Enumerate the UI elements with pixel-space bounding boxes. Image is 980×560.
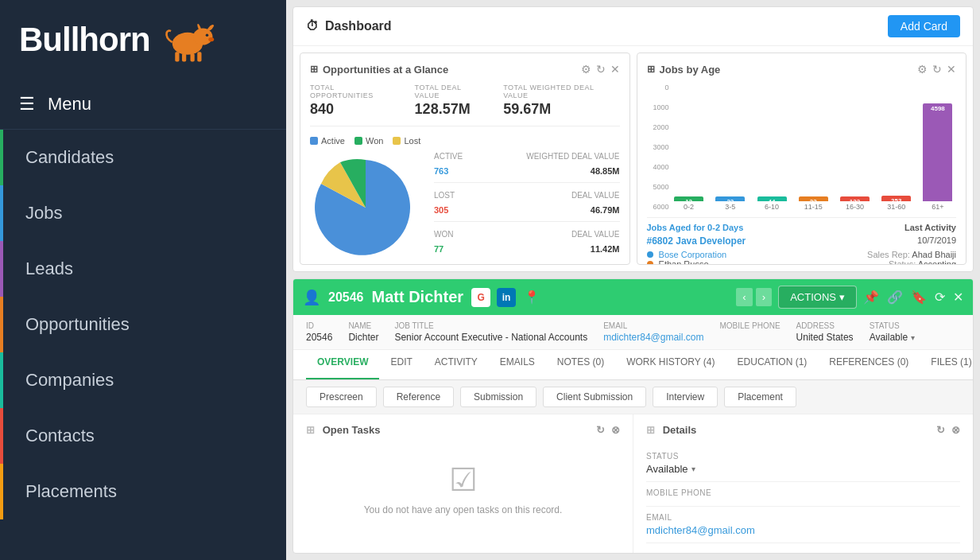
- company1[interactable]: Bose Corporation: [659, 250, 727, 259]
- add-card-button[interactable]: Add Card: [888, 15, 960, 37]
- svg-rect-4: [190, 53, 194, 62]
- details-refresh-icon[interactable]: ↻: [936, 424, 945, 436]
- bar-group-6-10: 446-10: [753, 84, 790, 211]
- sidebar-item-placements[interactable]: Placements: [0, 464, 286, 519]
- opportunities-stats-detail: ACTIVE WEIGHTED DEAL VALUE 763 48.85M LO…: [434, 152, 620, 263]
- chart-legend: Active Won Lost: [310, 136, 620, 146]
- tab-education[interactable]: EDUCATION (1): [726, 350, 819, 379]
- subtab-interview[interactable]: Interview: [653, 387, 718, 407]
- subtab-submission[interactable]: Submission: [460, 387, 536, 407]
- bar-group-3-5: 333-5: [712, 84, 749, 211]
- sidebar-item-jobs[interactable]: Jobs: [0, 185, 286, 241]
- tab-work-history[interactable]: WORK HISTORY (4): [615, 350, 726, 379]
- company1-row: Bose Corporation: [647, 250, 727, 259]
- menu-button[interactable]: ☰ Menu: [0, 80, 286, 130]
- bar-3-5[interactable]: 33: [715, 196, 745, 201]
- jobs-card-action-icons: ⚙ ↻ ✕: [917, 63, 956, 76]
- location-link[interactable]: 📍: [522, 288, 541, 307]
- info-name: NAME Dichter: [348, 321, 378, 343]
- bar-31-60[interactable]: 253: [881, 196, 911, 201]
- dashboard-icon: ⏱: [306, 19, 319, 33]
- hamburger-icon: ☰: [19, 94, 35, 115]
- linkedin-link[interactable]: in: [497, 288, 516, 307]
- info-job-title: JOB TITLE Senior Account Executive - Nat…: [394, 321, 587, 343]
- opportunities-card-header: ⊞ Opportunities at a Glance ⚙ ↻ ✕: [310, 63, 620, 76]
- contact-name: Matt Dichter: [372, 288, 464, 306]
- contact-subtabs: Prescreen Reference Submission Client Su…: [293, 380, 973, 414]
- sidebar-item-opportunities[interactable]: Opportunities: [0, 297, 286, 352]
- open-tasks-section: ⊞ Open Tasks ↻ ⊗ ☑ You do not have any o…: [293, 414, 633, 553]
- tasks-settings-icon[interactable]: ⊗: [611, 424, 620, 436]
- status-row: Status: Accepting: [889, 259, 956, 265]
- pin-icon[interactable]: 📌: [863, 290, 879, 305]
- tab-activity[interactable]: ACTIVITY: [424, 350, 489, 379]
- card-action-icons: ⚙ ↻ ✕: [581, 63, 620, 76]
- contact-panel: 👤 20546 Matt Dichter G in 📍 ‹ › ACTIONS …: [292, 278, 974, 554]
- deal-value-col-label2: DEAL VALUE: [571, 230, 620, 239]
- dashboard-cards: ⊞ Opportunities at a Glance ⚙ ↻ ✕ TOTAL …: [293, 46, 973, 271]
- jobs-refresh-icon[interactable]: ↻: [932, 63, 942, 76]
- job-status: Accepting: [918, 259, 956, 265]
- bar-6-10[interactable]: 44: [757, 196, 787, 201]
- details-settings-icon[interactable]: ⊗: [951, 424, 960, 436]
- bar-16-30[interactable]: 123: [840, 196, 870, 201]
- aged-job-date: 10/7/2019: [917, 235, 956, 245]
- contact-social-links: G in 📍: [471, 288, 541, 307]
- info-address: ADDRESS United States: [796, 321, 854, 343]
- sidebar-item-leads[interactable]: Leads: [0, 241, 286, 297]
- open-tasks-title: ⊞ Open Tasks ↻ ⊗: [306, 424, 620, 436]
- subtab-prescreen[interactable]: Prescreen: [306, 387, 377, 407]
- actions-button[interactable]: ACTIONS ▾: [778, 286, 857, 309]
- sidebar-item-candidates[interactable]: Candidates: [0, 130, 286, 185]
- legend-lost: Lost: [393, 136, 420, 146]
- sidebar-item-companies[interactable]: Companies: [0, 352, 286, 408]
- subtab-client-submission[interactable]: Client Submission: [543, 387, 646, 407]
- opportunities-chart-area: ACTIVE WEIGHTED DEAL VALUE 763 48.85M LO…: [310, 152, 620, 263]
- sales-rep-row: Sales Rep: Ahad Bhaiji: [867, 250, 956, 259]
- bar-group-11-15: 3311-15: [795, 84, 831, 211]
- dashboard-header: ⏱ Dashboard Add Card: [293, 7, 973, 46]
- bar-11-15[interactable]: 33: [799, 196, 828, 201]
- bar-61+[interactable]: 4598: [923, 103, 952, 201]
- tab-emails[interactable]: EMAILS: [489, 350, 546, 379]
- details-section-icons: ↻ ⊗: [936, 424, 960, 436]
- sidebar-item-contacts[interactable]: Contacts: [0, 408, 286, 464]
- tasks-section-icons: ↻ ⊗: [596, 424, 620, 436]
- tasks-refresh-icon[interactable]: ↻: [596, 424, 605, 436]
- close-icon[interactable]: ✕: [610, 63, 620, 76]
- jobs-close-icon[interactable]: ✕: [947, 63, 956, 76]
- bookmark-icon[interactable]: 🔖: [911, 290, 927, 305]
- subtab-reference[interactable]: Reference: [383, 387, 454, 407]
- detail-mobile-phone: MOBILE PHONE: [646, 482, 960, 507]
- contact-info-bar: ID 20546 NAME Dichter JOB TITLE Senior A…: [293, 315, 973, 350]
- won-deal: 11.42M: [591, 244, 620, 254]
- stat-weighted-deal-value: TOTAL WEIGHTED DEAL VALUE 59.67M: [503, 84, 619, 118]
- jobs-aged-detail: Bose Corporation Sales Rep: Ahad Bhaiji: [647, 250, 957, 259]
- link-icon[interactable]: 🔗: [887, 290, 903, 305]
- refresh-icon[interactable]: ↻: [596, 63, 606, 76]
- detail-status-dropdown[interactable]: ▾: [691, 465, 695, 473]
- sync-icon[interactable]: ⟳: [935, 290, 945, 305]
- google-link[interactable]: G: [471, 288, 490, 307]
- dashboard-title: ⏱ Dashboard: [306, 19, 392, 33]
- svg-point-6: [205, 34, 208, 37]
- status-dropdown-arrow[interactable]: ▾: [911, 333, 915, 342]
- bar-group-16-30: 12316-30: [836, 84, 873, 211]
- tab-edit[interactable]: EDIT: [379, 350, 423, 379]
- aged-job-title[interactable]: #6802 Java Developer: [647, 235, 746, 247]
- tab-overview[interactable]: OVERVIEW: [306, 350, 379, 379]
- bar-chart: 6000 5000 4000 3000 2000 1000 0 120-2333…: [647, 84, 957, 211]
- next-button[interactable]: ›: [756, 288, 772, 306]
- prev-button[interactable]: ‹: [736, 288, 752, 306]
- tab-references[interactable]: REFERENCES (0): [818, 350, 920, 379]
- info-mobile-phone: MOBILE PHONE: [719, 321, 780, 343]
- close-contact-icon[interactable]: ✕: [953, 290, 963, 305]
- jobs-settings-icon[interactable]: ⚙: [917, 63, 928, 76]
- legend-active: Active: [310, 136, 345, 146]
- bar-0-2[interactable]: 12: [674, 196, 703, 201]
- tab-notes[interactable]: NOTES (0): [546, 350, 615, 379]
- subtab-placement[interactable]: Placement: [724, 387, 796, 407]
- active-value: 763: [434, 166, 448, 176]
- settings-icon[interactable]: ⚙: [581, 63, 591, 76]
- tab-files[interactable]: FILES (1): [920, 350, 973, 379]
